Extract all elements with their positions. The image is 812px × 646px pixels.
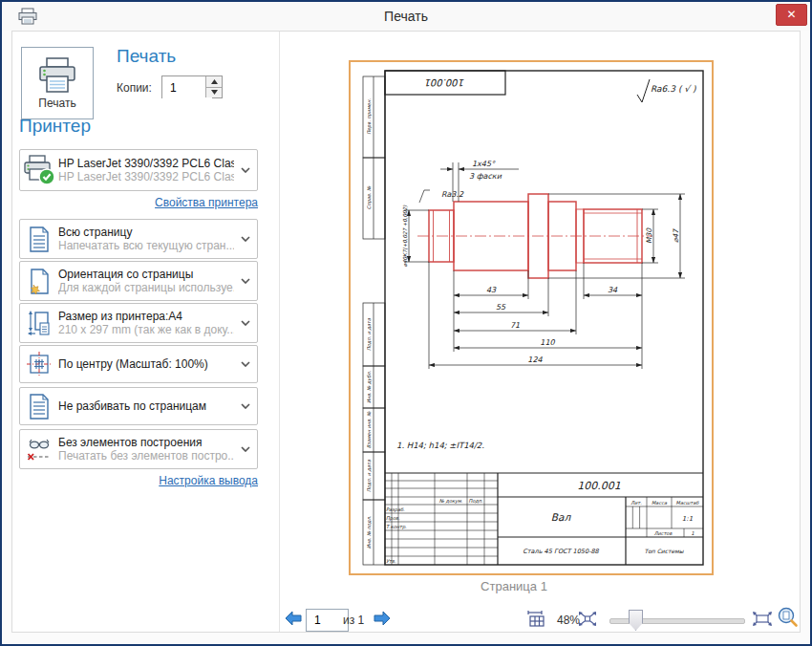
- copies-label: Копии:: [117, 81, 152, 95]
- roughness-local: Ra3.2: [441, 190, 464, 199]
- printer-name: HP LaserJet 3390/3392 PCL6 Class ...: [58, 157, 234, 170]
- printer-icon: [36, 57, 78, 94]
- printer-status: HP LaserJet 3390/3392 PCL6 Class ...: [58, 170, 234, 183]
- dim-55: 55: [496, 303, 506, 312]
- chevron-down-icon: [234, 236, 257, 242]
- titlebar: Печать ✕: [2, 2, 810, 31]
- tb-scale-value: 1:1: [682, 515, 693, 523]
- option-subtitle: 210 x 297 mm (так же как в доку...: [58, 323, 234, 336]
- dim-71: 71: [510, 321, 520, 330]
- margin-label: Инв. № подл.: [366, 515, 372, 549]
- dim-43: 43: [486, 286, 497, 294]
- print-button[interactable]: Печать: [21, 47, 94, 119]
- copies-stepper: [161, 75, 223, 98]
- next-page-button[interactable]: [374, 611, 391, 630]
- actual-size-icon[interactable]: [526, 610, 545, 631]
- tb-row-checked: Пров.: [386, 515, 400, 522]
- tb-scale: Масштаб: [676, 500, 700, 506]
- fit-page-icon[interactable]: [578, 612, 597, 630]
- roughness-alt: ( √ ): [678, 84, 696, 94]
- tb-material: Сталь 45 ГОСТ 1050-88: [523, 548, 599, 555]
- print-dialog: Печать ✕ Печать Печать Копии: Принтер: [0, 0, 812, 646]
- option-orientation[interactable]: Ориентация со страницы Для каждой страни…: [19, 261, 258, 301]
- printer-select[interactable]: HP LaserJet 3390/3392 PCL6 Class ... HP …: [19, 149, 258, 191]
- option-title: Не разбивать по страницам: [58, 399, 234, 413]
- option-title: Размер из принтера:A4: [58, 310, 234, 323]
- tb-doc-number: 100.001: [577, 480, 621, 492]
- tb-col-doc: № докум.: [439, 498, 463, 505]
- page-size-icon: [20, 311, 58, 336]
- dim-chamfer-note: 3 фаски: [469, 172, 502, 181]
- tb-sheets-value: 1: [691, 530, 694, 536]
- option-subtitle: Для каждой страницы используе...: [58, 281, 234, 294]
- doc-number-top: 100.001: [425, 77, 464, 88]
- option-title: Всю страницу: [58, 226, 234, 239]
- fit-width-icon[interactable]: [753, 612, 772, 630]
- printer-heading: Принтер: [19, 116, 91, 137]
- page-caption: Страница 1: [332, 579, 695, 593]
- margin-label: Инв. № дубл.: [366, 370, 373, 403]
- option-subtitle: Печатать без элементов постро...: [58, 449, 234, 463]
- printer-ok-icon: [20, 155, 58, 185]
- print-heading: Печать: [117, 46, 176, 67]
- tb-mass: Масса: [652, 500, 668, 506]
- no-construction-icon: [20, 437, 58, 462]
- zoom-preview-icon[interactable]: [778, 607, 799, 632]
- chevron-down-icon: [234, 446, 257, 452]
- option-construction-elements[interactable]: Без элементов построения Печатать без эл…: [19, 429, 258, 469]
- margin-label: Взамен инв. №: [366, 411, 372, 449]
- option-subtitle: Напечатать всю текущую стран...: [58, 239, 234, 252]
- option-title: Ориентация со страницы: [58, 268, 234, 281]
- tb-sheets: Листов: [654, 530, 673, 536]
- dim-chamfer: 1x45°: [472, 160, 496, 168]
- tb-lit: Лит.: [630, 500, 642, 506]
- window-title: Печать: [2, 9, 810, 24]
- output-settings-link[interactable]: Настройка вывода: [2, 474, 258, 487]
- previous-page-button[interactable]: [285, 611, 302, 630]
- chevron-down-icon: [234, 167, 257, 173]
- option-pagination[interactable]: Не разбивать по страницам: [19, 387, 258, 425]
- printer-properties-link[interactable]: Свойства принтера: [2, 196, 258, 209]
- option-position[interactable]: По центру (Масштаб: 100%): [19, 345, 258, 383]
- technical-drawing: Перв. примен. Справ. № Подп. и дата Инв.…: [351, 62, 712, 573]
- option-page-range[interactable]: Всю страницу Напечатать всю текущую стра…: [19, 219, 258, 259]
- dim-d47: ⌀47: [672, 228, 680, 243]
- single-page-icon: [20, 394, 58, 420]
- option-title: По центру (Масштаб: 100%): [58, 357, 234, 371]
- copies-down-button[interactable]: [205, 87, 222, 98]
- print-button-label: Печать: [38, 97, 75, 110]
- margin-label: Подп. и дата: [366, 459, 372, 492]
- margin-label: Перв. примен.: [366, 98, 373, 135]
- dim-110: 110: [540, 338, 555, 347]
- tb-company: Топ Системы: [644, 548, 684, 554]
- dim-m30: М30: [645, 227, 653, 244]
- chevron-down-icon: [234, 320, 257, 326]
- tb-part-name: Вал: [551, 511, 572, 523]
- tb-row-approved: Утв.: [386, 558, 396, 564]
- panel-divider: [279, 32, 280, 632]
- chevron-down-icon: [234, 278, 257, 284]
- margin-label: Справ. №: [366, 185, 373, 209]
- page-lines-icon: [20, 226, 58, 252]
- close-button[interactable]: ✕: [776, 4, 807, 26]
- page-count-label: из 1: [343, 614, 364, 627]
- print-preview-page: Перв. примен. Справ. № Подп. и дата Инв.…: [349, 60, 714, 575]
- option-paper-size[interactable]: Размер из принтера:A4 210 x 297 mm (так …: [19, 303, 258, 343]
- margin-label: Подп. и дата: [366, 317, 372, 351]
- dim-d40: ⌀40К7(+0,027 +0,002): [402, 205, 408, 267]
- tb-col-sign: Подп.: [468, 498, 483, 504]
- chevron-down-icon: [234, 403, 257, 409]
- drawing-note: 1. H14; h14; ±IT14/2.: [396, 441, 484, 450]
- option-title: Без элементов построения: [58, 436, 234, 449]
- dim-34: 34: [608, 286, 618, 294]
- chevron-down-icon: [234, 361, 257, 367]
- tb-row-developed: Разраб.: [386, 506, 405, 513]
- roughness-main: Ra6.3: [651, 84, 676, 94]
- dim-124: 124: [527, 355, 543, 364]
- tb-row-tcontrol: Т.контр.: [386, 524, 407, 530]
- center-icon: [20, 352, 58, 377]
- page-orientation-icon: [20, 269, 58, 294]
- copies-up-button[interactable]: [205, 76, 222, 87]
